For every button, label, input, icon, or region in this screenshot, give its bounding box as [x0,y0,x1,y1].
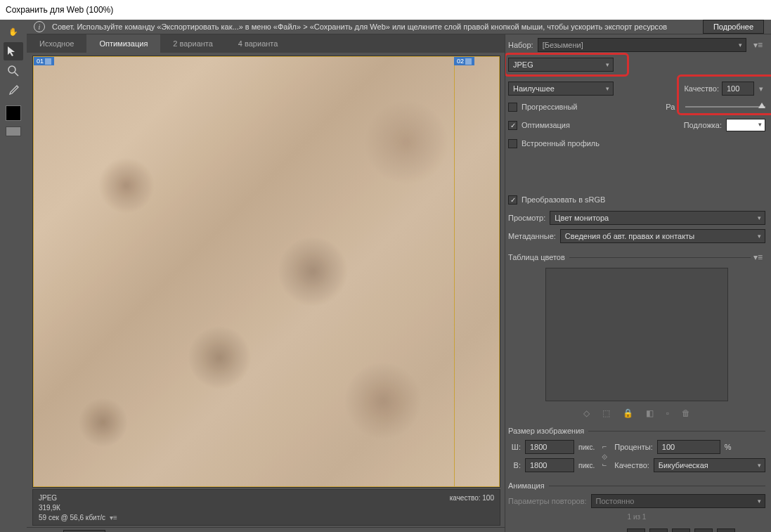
resample-label: Качество: [614,461,649,469]
height-label: В: [508,461,521,469]
ct-trash-icon[interactable]: 🗑 [682,408,690,418]
percent-label: Проценты: [614,443,653,451]
preview-info: JPEG 319,9К 59 сек @ 56,6 кбит/с ▾≡ каче… [32,489,500,526]
optimized-label: Оптимизация [521,121,570,129]
slice-visibility-toggle[interactable] [6,126,21,136]
eyedropper-color-swatch[interactable] [6,105,21,121]
preview-filesize: 319,9К [39,504,494,512]
quality-stepper-icon[interactable]: ▾ [757,84,765,93]
color-table-menu-icon[interactable]: ▾≡ [751,252,765,262]
metadata-label: Метаданные: [508,232,556,240]
convert-srgb-label: Преобразовать в sRGB [521,195,605,204]
percent-unit: % [725,443,732,451]
matte-label: Подложка: [684,121,722,129]
width-unit: пикс. [578,443,595,451]
matte-color-dropdown[interactable] [726,119,765,131]
optimized-checkbox[interactable] [508,121,517,130]
quality-slider[interactable] [685,106,765,108]
hand-tool[interactable]: ✋ [4,22,23,41]
color-table [545,268,728,401]
preview-format: JPEG [39,494,494,502]
height-input[interactable]: 1800 [525,458,574,472]
color-table-toolbar: ◇ ⬚ 🔒 ◧ ▫ 🗑 [508,408,765,418]
preview-dropdown[interactable]: Цвет монитора [550,211,765,225]
mid-section: Исходное Оптимизация 2 варианта 4 вариан… [27,34,771,532]
height-unit: пикс. [578,462,595,469]
preview-tabs: Исходное Оптимизация 2 варианта 4 вариан… [27,34,505,53]
preview-menu-icon[interactable]: ▾≡ [110,514,117,521]
ct-icon-2[interactable]: ⬚ [602,408,610,418]
embed-profile-checkbox[interactable] [508,139,517,148]
loop-dropdown[interactable]: Постоянно [591,494,765,508]
tab-original[interactable]: Исходное [27,34,86,53]
tool-column: ✋ [0,20,27,532]
ct-icon-4[interactable]: ◧ [646,408,654,418]
progressive-checkbox[interactable] [508,103,517,112]
first-frame-button[interactable]: ◀◀ [627,528,645,532]
slice-badge-01[interactable]: 01 [34,57,54,65]
preview-quality: качество: 100 [450,494,494,502]
resample-dropdown[interactable]: Бикубическая [654,458,765,472]
animation-header: Анимация [508,481,545,490]
constrain-link-icon[interactable]: ⟐ [600,450,609,462]
window-title: Сохранить для Web (100%) [0,0,771,20]
loop-label: Параметры повторов: [508,497,587,505]
color-table-header: Таблица цветов [508,253,565,261]
metadata-dropdown[interactable]: Сведения об авт. правах и контакты [560,229,765,243]
preview-download-time: 59 сек @ 56,6 кбит/с [39,514,105,521]
slice-overlay: 01 02 [33,56,500,487]
ct-lock-icon[interactable]: 🔒 [623,408,633,418]
status-row: 100% R: -- G: -- B: -- Альфа: -- Шестнад… [27,527,505,532]
quality-input[interactable]: 100 [722,82,754,96]
next-frame-button[interactable]: |▶ [694,528,713,532]
zoom-dropdown[interactable]: 100% [63,530,105,533]
learn-more-button[interactable]: Подробнее [703,20,764,34]
content-column: i Совет. Используйте команду «Экспортиро… [27,20,771,532]
preset-dropdown[interactable]: [Безымени] [538,38,746,52]
dialog-body: ✋ i Совет. Используйте команду «Экспорти… [0,20,771,532]
embed-profile-label: Встроенный профиль [521,139,600,148]
animation-controls: ◀◀ ◀ ▶ |▶ ▶▶ [508,528,765,532]
image-size-header: Размер изображения [508,427,584,435]
svg-point-0 [8,66,15,73]
prev-frame-button[interactable]: ◀ [649,528,668,532]
info-text: Совет. Используйте команду «Экспортирова… [52,22,696,31]
format-dropdown[interactable]: JPEG [508,58,614,72]
preset-menu-icon[interactable]: ▾≡ [751,40,765,50]
preset-label: Набор: [508,41,533,49]
ct-new-icon[interactable]: ▫ [666,408,669,418]
play-button[interactable]: ▶ [672,528,690,532]
animation-pager: 1 из 1 [508,511,765,523]
progressive-label: Прогрессивный [521,103,578,111]
convert-srgb-checkbox[interactable] [508,195,517,205]
tab-4up[interactable]: 4 варианта [226,34,291,53]
info-bar: i Совет. Используйте команду «Экспортиро… [27,20,771,34]
preview-label: Просмотр: [508,214,545,222]
slice-badge-02[interactable]: 02 [454,57,474,65]
preview-canvas[interactable]: 01 02 [32,56,500,488]
width-input[interactable]: 1800 [525,440,574,454]
info-icon: i [34,21,45,32]
preview-area: Исходное Оптимизация 2 варианта 4 вариан… [27,34,505,532]
settings-panel: Набор: [Безымени] ▾≡ JPEG Наилучшее Каче… [505,34,771,532]
tab-optimized[interactable]: Оптимизация [86,34,160,53]
zoom-tool[interactable] [4,62,23,80]
tab-2up[interactable]: 2 варианта [160,34,226,53]
slice-select-tool[interactable] [4,42,23,60]
quality-label: Качество: [684,84,719,93]
percent-input[interactable]: 100 [657,440,720,454]
blur-label-clipped: Ра [666,103,678,111]
last-frame-button[interactable]: ▶▶ [717,528,735,532]
width-label: Ш: [508,443,521,451]
svg-line-1 [15,72,18,76]
eyedropper-tool[interactable] [4,82,23,100]
quality-preset-dropdown[interactable]: Наилучшее [508,82,614,96]
ct-icon-1[interactable]: ◇ [583,408,590,418]
